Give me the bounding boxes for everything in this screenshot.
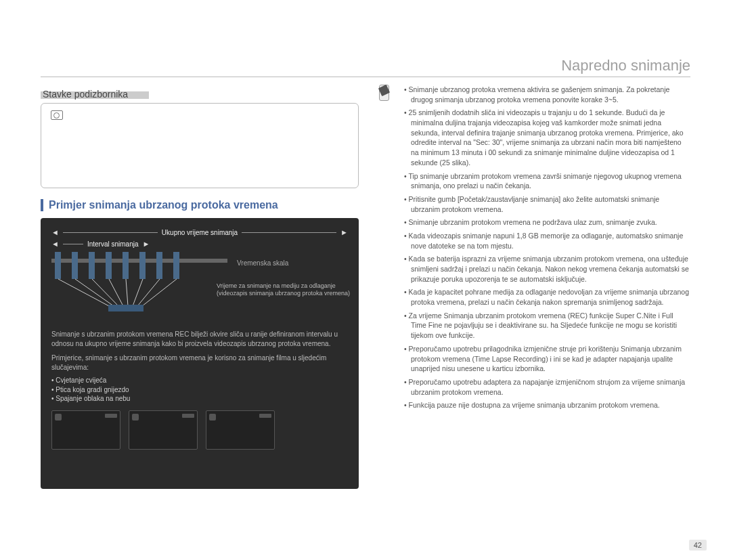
subsection-bar: Stavke podizbornika	[41, 91, 149, 99]
svg-line-15	[137, 279, 160, 306]
note-item: Za vrijeme Snimanja ubrzanim protokom vr…	[404, 311, 690, 341]
svg-line-9	[58, 279, 109, 306]
thumbnail	[129, 410, 198, 450]
note-item: Tip snimanje ubrzanim protokom vremena z…	[404, 171, 690, 191]
svg-rect-2	[72, 252, 78, 279]
note-item: Preporučamo upotrebu prilagodnika izmjen…	[404, 344, 690, 374]
interval-label: Interval snimanja	[87, 240, 139, 249]
bullet-item: Spajanje oblaka na nebu	[51, 394, 348, 404]
thumbnail	[51, 410, 120, 450]
page-number: 42	[689, 540, 707, 551]
svg-line-11	[92, 279, 118, 306]
svg-line-14	[133, 279, 143, 306]
camera-icon	[51, 110, 63, 124]
total-recording-time-label: Ukupno vrijeme snimanja	[162, 228, 238, 238]
section-header: Primjer snimanja ubrzanog protoka vremen…	[41, 199, 359, 211]
svg-rect-7	[156, 252, 162, 279]
diagram-bullets: Cvjetanje cvijeća Ptica koja gradi gnije…	[51, 376, 348, 404]
bullet-item: Ptica koja gradi gnijezdo	[51, 385, 348, 395]
svg-rect-1	[55, 252, 61, 279]
pencil-icon	[379, 85, 389, 101]
left-column: Stavke podizbornika Primjer snimanja ubr…	[41, 91, 359, 489]
thumbnail	[206, 410, 275, 450]
note-item: Pritisnite gumb [Početak/zaustavljanje s…	[404, 194, 690, 214]
svg-rect-8	[173, 252, 179, 279]
note-item: Funkcija pauze nije dostupna za vrijeme …	[404, 400, 690, 410]
right-column: Snimanje ubrzanog protoka vremena aktivi…	[379, 85, 690, 414]
storage-time-label: Vrijeme za snimanje na mediju za odlagan…	[217, 282, 352, 298]
note-item: Preporučamo upotrebu adaptera za napajan…	[404, 377, 690, 397]
preview-thumbnails	[51, 410, 348, 450]
note-item: Snimanje ubrzanog protoka vremena aktivi…	[404, 85, 690, 104]
svg-rect-6	[139, 252, 146, 279]
svg-rect-4	[106, 252, 112, 279]
notes-list: Snimanje ubrzanog protoka vremena aktivi…	[393, 85, 690, 414]
note-item: 25 snimljenih dodatnih sliča ini videoza…	[404, 108, 690, 167]
timeline-graphic	[51, 252, 227, 313]
note-item: Kada videozapis snimanje napuni 1,8 GB m…	[404, 231, 690, 251]
timelapse-diagram: ◄ Ukupno vrijeme snimanja ► ◄ Interval s…	[41, 218, 359, 489]
diagram-desc-1: Snimanje s ubrzanim protokom vremena REC…	[51, 330, 348, 348]
svg-rect-17	[108, 305, 143, 311]
svg-rect-5	[123, 252, 129, 279]
timeline-axis-label: Vremenska skala	[237, 259, 288, 268]
header-rule	[41, 77, 690, 77]
subsection-title: Stavke podizbornika	[43, 89, 128, 100]
svg-line-12	[109, 279, 123, 306]
svg-line-13	[126, 279, 128, 306]
svg-rect-3	[89, 252, 95, 279]
svg-line-10	[75, 279, 114, 306]
bullet-item: Cvjetanje cvijeća	[51, 376, 348, 385]
note-item: Kada se baterija isprazni za vrijeme sni…	[404, 254, 690, 284]
submenu-box	[41, 103, 359, 188]
svg-line-16	[142, 279, 177, 306]
note-item: Kada je kapacitet pohrane medija za odla…	[404, 287, 690, 307]
note-item: Snimanje ubrzanim protokom vremena ne po…	[404, 217, 690, 228]
diagram-desc-2: Primjerice, snimanje s ubrzanim protokom…	[51, 353, 348, 372]
page-header-title: Napredno snimanje	[561, 57, 690, 74]
